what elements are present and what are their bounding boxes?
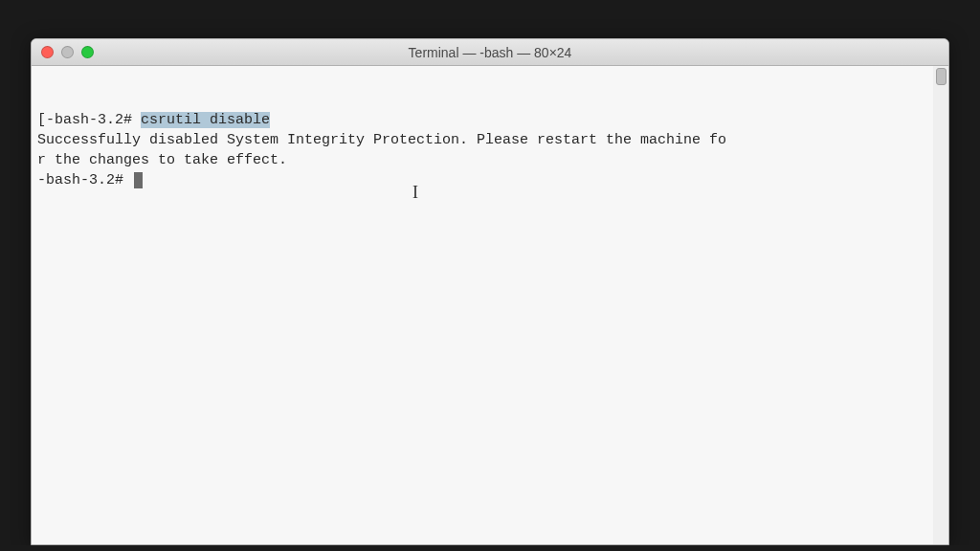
- terminal-content[interactable]: [-bash-3.2# csrutil disableSuccessfully …: [32, 66, 948, 544]
- prompt-2: -bash-3.2#: [37, 172, 132, 188]
- prompt-1: [-bash-3.2#: [37, 112, 141, 128]
- output-line-1: Successfully disabled System Integrity P…: [37, 130, 943, 150]
- minimize-button[interactable]: [61, 46, 74, 58]
- prompt-line-2: -bash-3.2#: [37, 170, 943, 190]
- prompt-line-1: [-bash-3.2# csrutil disable: [37, 110, 943, 130]
- close-button[interactable]: [41, 46, 54, 58]
- zoom-button[interactable]: [81, 46, 94, 58]
- scrollbar-thumb[interactable]: [936, 68, 947, 85]
- traffic-lights: [41, 46, 94, 58]
- command-text: csrutil disable: [141, 112, 270, 128]
- terminal-window: Terminal — -bash — 80×24 [-bash-3.2# csr…: [31, 38, 949, 545]
- titlebar[interactable]: Terminal — -bash — 80×24: [32, 39, 948, 66]
- scrollbar-track[interactable]: [933, 66, 948, 544]
- cursor-block: [134, 172, 143, 188]
- window-title: Terminal — -bash — 80×24: [32, 45, 948, 60]
- output-line-2: r the changes to take effect.: [37, 150, 943, 170]
